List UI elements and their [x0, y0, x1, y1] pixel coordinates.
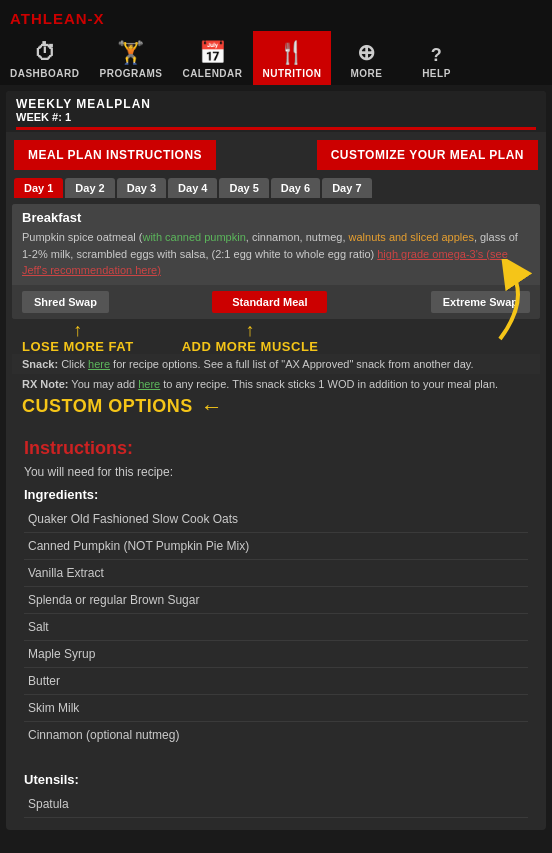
ingredient-row: Skim Milk	[24, 695, 528, 722]
tab-dashboard[interactable]: ⏱ DASHBOARD	[0, 31, 90, 85]
more-icon: ⊕	[357, 40, 376, 66]
ingredient-row: Canned Pumpkin (NOT Pumpkin Pie Mix)	[24, 533, 528, 560]
lose-more-fat-label: LOSE MORE FAT	[22, 339, 134, 354]
ingredient-row: Salt	[24, 614, 528, 641]
tab-help-label: HELP	[422, 68, 451, 79]
tab-programs[interactable]: 🏋 PROGRAMS	[90, 31, 173, 85]
week-number: WEEK #: 1	[16, 111, 536, 123]
rx-text2: to any recipe. This snack sticks 1 WOD i…	[160, 378, 498, 390]
meal-title: Breakfast	[22, 210, 530, 225]
tab-help[interactable]: ? HELP	[401, 36, 471, 85]
meal-desc-plain2: , cinnamon, nutmeg,	[246, 231, 349, 243]
day-tab-2[interactable]: Day 2	[65, 178, 114, 198]
tab-nutrition[interactable]: 🍴 NUTRITION	[253, 31, 332, 85]
meal-desc-orange: walnuts and sliced apples	[349, 231, 474, 243]
standard-meal-button[interactable]: Standard Meal	[212, 291, 327, 313]
ingredients-label: Ingredients:	[24, 487, 528, 502]
snack-text-after: for recipe options. See a full list of "…	[110, 358, 473, 370]
utensil-row: Spatula	[24, 791, 528, 818]
day-tab-7[interactable]: Day 7	[322, 178, 371, 198]
shred-swap-button[interactable]: Shred Swap	[22, 291, 109, 313]
meal-plan-instructions-button[interactable]: MEAL PLAN INSTRUCTIONS	[14, 140, 216, 170]
rx-link[interactable]: here	[138, 378, 160, 390]
dashboard-icon: ⏱	[34, 40, 57, 66]
lose-fat-annotation: ↑ LOSE MORE FAT	[22, 321, 134, 354]
arrow-up-left: ↑	[73, 321, 82, 339]
tab-calendar-label: CALENDAR	[182, 68, 242, 79]
ingredient-row: Quaker Old Fashioned Slow Cook Oats	[24, 506, 528, 533]
top-bar: ATHLEAN-X ⏱ DASHBOARD 🏋 PROGRAMS 📅 CALEN…	[0, 0, 552, 85]
programs-icon: 🏋	[117, 40, 145, 66]
utensils-label: Utensils:	[24, 772, 528, 787]
brand-name-suffix: -X	[88, 10, 105, 27]
weekly-title: WEEKLY MEALPLAN	[16, 97, 536, 111]
extreme-swap-button[interactable]: Extreme Swap	[431, 291, 530, 313]
ingredient-row: Cinnamon (optional nutmeg)	[24, 722, 528, 748]
custom-options-arrow-icon: ←	[201, 394, 223, 420]
instructions-subtitle: You will need for this recipe:	[24, 465, 528, 479]
rx-text: You may add	[71, 378, 138, 390]
add-more-muscle-label: ADD MORE MUSCLE	[182, 339, 319, 354]
swap-buttons: Shred Swap Standard Meal Extreme Swap	[12, 285, 540, 319]
tab-programs-label: PROGRAMS	[100, 68, 163, 79]
action-buttons: MEAL PLAN INSTRUCTIONS CUSTOMIZE YOUR ME…	[6, 132, 546, 178]
tab-more-label: MORE	[350, 68, 382, 79]
meal-header: Breakfast Pumpkin spice oatmeal (with ca…	[12, 204, 540, 285]
custom-options-label: CUSTOM OPTIONS	[22, 396, 193, 417]
ingredient-row: Vanilla Extract	[24, 560, 528, 587]
meal-desc-plain1: Pumpkin spice oatmeal (	[22, 231, 142, 243]
rx-note-row: RX Note: You may add here to any recipe.…	[12, 374, 540, 424]
instructions-section: Instructions: You will need for this rec…	[12, 428, 540, 758]
day-tab-4[interactable]: Day 4	[168, 178, 217, 198]
nav-tabs: ⏱ DASHBOARD 🏋 PROGRAMS 📅 CALENDAR 🍴 NUTR…	[0, 31, 552, 85]
instructions-title: Instructions:	[24, 438, 528, 459]
main-content: WEEKLY MEALPLAN WEEK #: 1 MEAL PLAN INST…	[6, 91, 546, 830]
day-tab-5[interactable]: Day 5	[219, 178, 268, 198]
meal-description: Pumpkin spice oatmeal (with canned pumpk…	[22, 225, 530, 279]
utensils-section: Utensils: Spatula	[12, 758, 540, 824]
tab-calendar[interactable]: 📅 CALENDAR	[172, 31, 252, 85]
brand-logo: ATHLEAN-X	[0, 6, 552, 31]
meal-desc-green: with canned pumpkin	[142, 231, 245, 243]
meal-desc-plain4: , (2:1 egg white to whole egg ratio)	[205, 248, 377, 260]
annotations-row: ↑ LOSE MORE FAT ↑ ADD MORE MUSCLE	[12, 319, 540, 354]
weekly-header: WEEKLY MEALPLAN WEEK #: 1	[6, 91, 546, 132]
tab-more[interactable]: ⊕ MORE	[331, 31, 401, 85]
customize-meal-plan-button[interactable]: CUSTOMIZE YOUR MEAL PLAN	[317, 140, 538, 170]
ingredient-row: Butter	[24, 668, 528, 695]
ingredients-list: Quaker Old Fashioned Slow Cook Oats Cann…	[24, 506, 528, 748]
day-tab-6[interactable]: Day 6	[271, 178, 320, 198]
arrow-up-right: ↑	[246, 321, 255, 339]
snack-link[interactable]: here	[88, 358, 110, 370]
red-divider	[16, 127, 536, 130]
snack-text-before: Click	[61, 358, 88, 370]
day-tabs: Day 1 Day 2 Day 3 Day 4 Day 5 Day 6 Day …	[6, 178, 546, 198]
help-icon: ?	[431, 45, 443, 66]
ingredient-row: Splenda or regular Brown Sugar	[24, 587, 528, 614]
tab-nutrition-label: NUTRITION	[263, 68, 322, 79]
calendar-icon: 📅	[199, 40, 227, 66]
day-tab-1[interactable]: Day 1	[14, 178, 63, 198]
brand-name-prefix: ATHLEAN	[10, 10, 88, 27]
breakfast-card: Breakfast Pumpkin spice oatmeal (with ca…	[12, 204, 540, 319]
add-muscle-annotation: ↑ ADD MORE MUSCLE	[182, 321, 319, 354]
custom-options-annotation: CUSTOM OPTIONS ←	[22, 394, 530, 420]
snack-title: Snack:	[22, 358, 58, 370]
rx-title: RX Note:	[22, 378, 68, 390]
snack-row: Snack: Click here for recipe options. Se…	[12, 354, 540, 374]
nutrition-icon: 🍴	[278, 40, 306, 66]
tab-dashboard-label: DASHBOARD	[10, 68, 80, 79]
day-tab-3[interactable]: Day 3	[117, 178, 166, 198]
ingredient-row: Maple Syrup	[24, 641, 528, 668]
